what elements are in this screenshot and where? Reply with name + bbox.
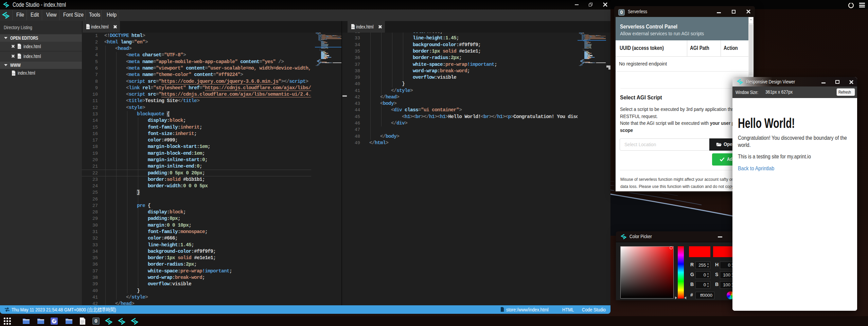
svg-text:<>: <> — [87, 26, 89, 28]
svg-text:<>: <> — [352, 26, 354, 28]
svg-text:<>: <> — [12, 73, 15, 75]
svg-text:<>: <> — [18, 56, 21, 58]
svg-text:<>: <> — [18, 46, 21, 48]
